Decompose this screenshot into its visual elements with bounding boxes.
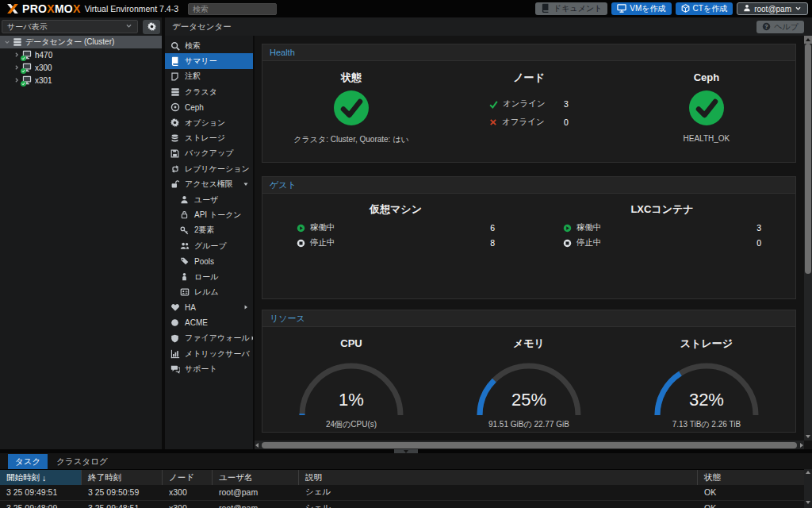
menu-item-ユーザ[interactable]: ユーザ	[165, 192, 253, 207]
tab-tasks[interactable]: タスク	[8, 454, 48, 469]
tree-item-datacenter[interactable]: データセンター (Cluster)	[0, 36, 162, 48]
gear-icon	[147, 22, 156, 31]
task-log-panel: タスク クラスタログ 開始時刻 ↓ 終了時刻 ノード ユーザ名 説明 状態 3 …	[0, 453, 812, 508]
ceph-heading: Ceph	[694, 71, 720, 83]
menu-item-サマリー[interactable]: サマリー	[165, 53, 253, 68]
menu-item-レルム[interactable]: レルム	[165, 284, 253, 299]
memory-percent: 25%	[473, 390, 584, 410]
storage-heading: ストレージ	[680, 337, 733, 349]
menu-item-ファイアウォール[interactable]: ファイアウォール	[165, 330, 253, 345]
caret-down-icon	[243, 181, 249, 187]
vm-stopped-label: 停止中	[310, 237, 335, 248]
storage-percent: 32%	[651, 390, 762, 410]
column-end-time[interactable]: 終了時刻	[82, 470, 163, 485]
user-menu-button[interactable]: root@pam	[737, 2, 808, 15]
global-search-input[interactable]	[188, 3, 277, 15]
datacenter-menu: 検索サマリー注釈クラスタCephオプションストレージバックアップレプリケーション…	[165, 36, 253, 449]
memory-heading: メモリ	[513, 337, 545, 349]
ct-heading: LXCコンテナ	[630, 203, 693, 215]
vm-running-label: 稼働中	[310, 222, 335, 233]
shield-icon	[170, 333, 180, 343]
column-username[interactable]: ユーザ名	[213, 470, 299, 485]
menu-item-メトリックサーバ[interactable]: メトリックサーバ	[165, 346, 253, 361]
tree-settings-button[interactable]	[143, 20, 160, 34]
menu-item-ロール[interactable]: ロール	[165, 269, 253, 284]
menu-item-pools[interactable]: Pools	[165, 253, 253, 268]
cpu-sub: 24個のCPU(s)	[326, 419, 377, 430]
nodes-heading: ノード	[513, 71, 545, 83]
column-status[interactable]: 状態	[698, 470, 804, 485]
ct-stopped-value: 0	[756, 238, 761, 248]
book-icon	[170, 56, 180, 66]
chart-icon	[170, 349, 180, 359]
node-icon	[22, 63, 32, 72]
idcard-icon	[180, 287, 190, 297]
menu-item-サポート[interactable]: サポート	[165, 361, 253, 376]
tree-item-node[interactable]: h470	[0, 48, 162, 61]
stopped-icon	[297, 239, 305, 248]
caret-right-icon	[250, 335, 253, 341]
log-tab-bar: タスク クラスタログ	[0, 453, 812, 469]
menu-item-acme[interactable]: ACME	[165, 315, 253, 330]
column-node[interactable]: ノード	[163, 470, 213, 485]
logo-wordmark: PROXMOX	[22, 2, 81, 15]
menu-item-レプリケーション[interactable]: レプリケーション	[165, 161, 253, 176]
cpu-heading: CPU	[340, 337, 362, 349]
help-button[interactable]: ?ヘルプ	[756, 21, 804, 33]
vertical-scrollbar[interactable]	[804, 36, 812, 441]
search-icon	[170, 41, 180, 51]
ct-stopped-label: 停止中	[576, 237, 602, 248]
documentation-button[interactable]: ドキュメント	[535, 2, 607, 15]
cube-icon	[681, 4, 690, 14]
column-description[interactable]: 説明	[299, 470, 698, 485]
menu-item-オプション[interactable]: オプション	[165, 115, 253, 130]
menu-item-検索[interactable]: 検索	[165, 38, 253, 53]
menu-item-ha[interactable]: HA	[165, 300, 253, 315]
menu-item-api-トークン[interactable]: API トークン	[165, 207, 253, 222]
menu-item-グループ[interactable]: グループ	[165, 238, 253, 253]
vm-stopped-value: 8	[490, 238, 495, 248]
menu-item-ストレージ[interactable]: ストレージ	[165, 130, 253, 145]
column-start-time[interactable]: 開始時刻 ↓	[0, 470, 82, 485]
book-icon	[541, 3, 550, 14]
menu-item-バックアップ[interactable]: バックアップ	[165, 146, 253, 161]
chevron-down-icon	[795, 5, 802, 13]
tab-cluster-log[interactable]: クラスタログ	[49, 454, 114, 469]
tree-item-node[interactable]: x300	[0, 61, 162, 74]
menu-item-ceph[interactable]: Ceph	[165, 100, 253, 115]
lock-icon	[180, 210, 190, 220]
horizontal-scrollbar[interactable]	[255, 441, 804, 449]
breadcrumb: データセンター	[172, 21, 232, 33]
online-value: 3	[564, 99, 569, 109]
datacenter-icon	[13, 37, 22, 47]
tags-icon	[180, 256, 190, 266]
ct-running-value: 3	[756, 223, 761, 233]
menu-item-注釈[interactable]: 注釈	[165, 69, 253, 84]
caret-right-icon	[13, 77, 21, 83]
task-row[interactable]: 3 25 09:49:51 3 25 09:50:59 x300 root@pa…	[0, 485, 812, 501]
menu-item-クラスタ[interactable]: クラスタ	[165, 84, 253, 99]
ct-running-label: 稼働中	[576, 222, 602, 233]
health-panel-title: Health	[262, 44, 795, 61]
caret-right-icon	[13, 52, 21, 58]
running-icon	[563, 224, 572, 233]
offline-label: オフライン	[502, 117, 545, 128]
create-ct-button[interactable]: CTを作成	[676, 2, 733, 15]
create-vm-button[interactable]: VMを作成	[611, 2, 671, 15]
proxmox-logo: PROXMOX Virtual Environment 7.4-3	[6, 2, 178, 15]
menu-item-2要素[interactable]: 2要素	[165, 223, 253, 238]
guests-panel-title: ゲスト	[262, 177, 795, 194]
tree-item-node[interactable]: x301	[0, 74, 162, 87]
backup-icon	[170, 148, 180, 158]
heart-icon	[170, 302, 180, 312]
task-table-scrollbar[interactable]	[804, 469, 812, 508]
storage-icon	[170, 133, 180, 143]
task-row[interactable]: 3 25 09:48:09 3 25 09:48:51 x300 root@pa…	[0, 501, 812, 508]
task-table-header: 開始時刻 ↓ 終了時刻 ノード ユーザ名 説明 状態	[0, 469, 812, 485]
comments-icon	[170, 364, 180, 374]
menu-item-アクセス権限[interactable]: アクセス権限	[165, 177, 253, 192]
note-icon	[170, 71, 180, 81]
ceph-status-text: HEALTH_OK	[684, 134, 730, 143]
proxmox-logo-icon	[6, 4, 19, 13]
view-selector[interactable]: サーバ表示	[2, 20, 138, 33]
